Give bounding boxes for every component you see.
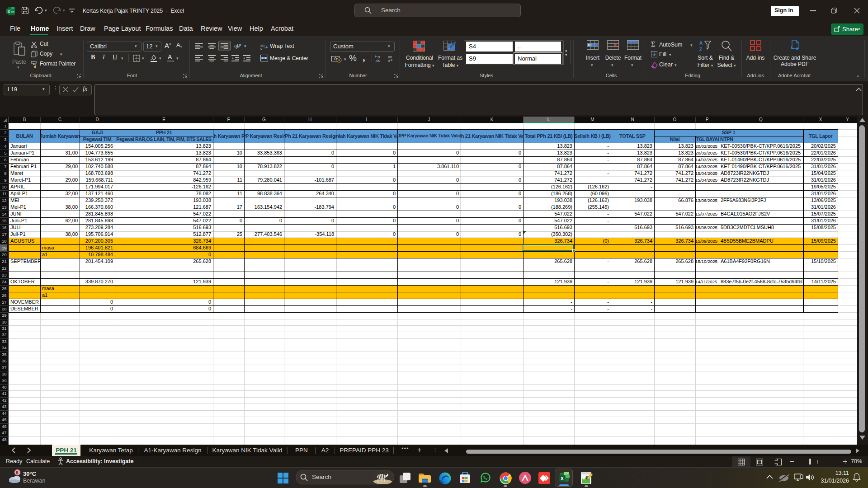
svg-text:c: c (260, 47, 262, 50)
svg-text:A: A (699, 41, 703, 46)
svg-text:X: X (561, 476, 564, 481)
svg-text:Z: Z (699, 47, 702, 52)
svg-text:.00: .00 (375, 59, 381, 62)
svg-text:0: 0 (388, 59, 390, 62)
svg-text:x: x (8, 9, 10, 14)
